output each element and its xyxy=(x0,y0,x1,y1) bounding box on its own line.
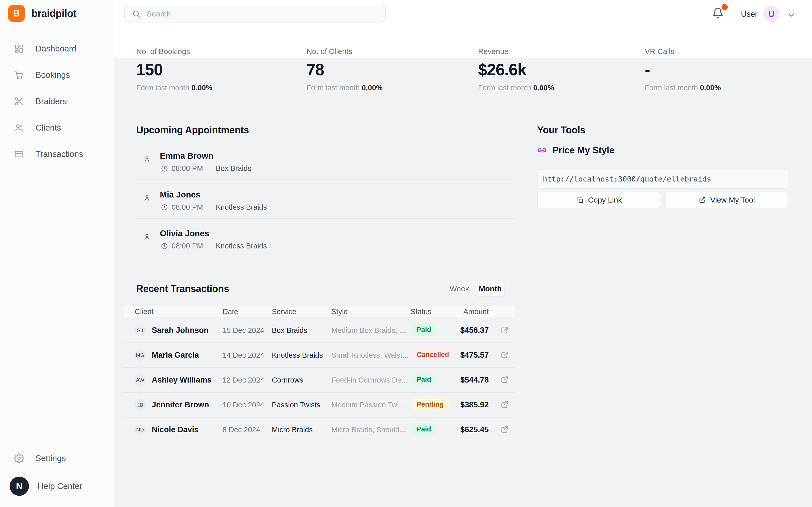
person-icon xyxy=(143,233,151,241)
stat-change-value: 0.00% xyxy=(534,83,554,92)
notifications-button[interactable] xyxy=(712,7,727,23)
toggle-month[interactable]: Month xyxy=(476,281,504,296)
gear-icon xyxy=(14,453,24,463)
client-name: Ashley Williams xyxy=(152,376,212,385)
transaction-service: Box Braids xyxy=(272,326,307,335)
transaction-style: Medium Box Braids, ... xyxy=(332,326,405,335)
sidebar-item-braiders[interactable]: Braiders xyxy=(0,88,113,115)
sidebar-item-bookings[interactable]: Bookings xyxy=(0,62,113,88)
open-transaction-button[interactable] xyxy=(500,425,509,435)
dashboard-icon xyxy=(14,44,24,54)
stat-label: No. of Clients xyxy=(307,47,352,56)
table-row[interactable]: MG Maria Garcia 14 Dec 2024 Knotless Bra… xyxy=(124,342,515,367)
view-my-tool-button[interactable]: View My Tool xyxy=(665,192,789,208)
sidebar-item-dashboard[interactable]: Dashboard xyxy=(0,36,113,62)
tool-url: http://localhost:3000/quote/ellebraids xyxy=(543,175,711,183)
stat-value: 150 xyxy=(136,60,163,79)
open-transaction-button[interactable] xyxy=(500,376,509,385)
status-badge: Cancelled xyxy=(412,348,454,361)
stat-change-value: 0.00% xyxy=(192,83,212,92)
table-row[interactable]: JB Jennifer Brown 10 Dec 2024 Passion Tw… xyxy=(124,392,515,417)
status-badge: Paid xyxy=(412,423,436,436)
link-icon xyxy=(537,146,547,155)
stat-change: Form last month 0.00% xyxy=(136,83,212,92)
cart-icon xyxy=(14,70,24,80)
sidebar-item-transactions[interactable]: Transactions xyxy=(0,141,113,167)
column-header: Style xyxy=(332,307,348,316)
client-initials: AW xyxy=(136,377,144,383)
appointment-details: 08:00 PM Knotless Braids xyxy=(161,203,267,212)
sidebar-item-label: Settings xyxy=(36,453,66,463)
user-menu-chevron[interactable] xyxy=(786,10,796,21)
appointment-time: 08:00 PM xyxy=(171,242,203,250)
client-initials: SJ xyxy=(137,327,143,333)
brand-logo: B xyxy=(8,5,25,22)
client-name: Nicole Davis xyxy=(152,425,198,434)
sidebar-item-settings[interactable]: Settings xyxy=(0,445,113,471)
transaction-amount: $544.78 xyxy=(460,376,489,385)
sidebar-item-clients[interactable]: Clients xyxy=(0,115,113,141)
appointment-service: Knotless Braids xyxy=(216,242,267,250)
users-icon xyxy=(14,123,24,132)
transaction-amount: $625.45 xyxy=(460,425,489,434)
user-avatar[interactable]: U xyxy=(763,6,779,22)
transaction-service: Passion Twists xyxy=(272,401,320,409)
toggle-week[interactable]: Week xyxy=(450,284,469,293)
client-name: Jennifer Brown xyxy=(152,400,209,409)
header-divider xyxy=(0,28,812,29)
table-row[interactable]: SJ Sarah Johnson 15 Dec 2024 Box Braids … xyxy=(124,318,515,342)
column-header: Amount xyxy=(463,307,489,316)
search-box[interactable] xyxy=(124,5,386,23)
notification-dot xyxy=(722,4,728,10)
external-link-icon xyxy=(500,425,509,434)
open-transaction-button[interactable] xyxy=(500,326,509,335)
stat-change-text: Form last month xyxy=(645,83,698,92)
transaction-amount: $385.92 xyxy=(460,400,489,409)
stat-value: 78 xyxy=(307,60,324,79)
search-icon xyxy=(132,10,141,18)
search-input[interactable] xyxy=(147,10,375,18)
table-header: Client Date Service Style Status Amount xyxy=(124,306,515,318)
transaction-service: Knotless Braids xyxy=(272,351,323,359)
sidebar-item-help-center[interactable]: N Help Center xyxy=(0,473,113,499)
sidebar-item-label: Braiders xyxy=(36,97,67,106)
clock-icon xyxy=(161,242,168,250)
open-transaction-button[interactable] xyxy=(500,351,509,360)
nextjs-badge-icon[interactable]: N xyxy=(10,476,29,496)
transaction-amount: $456.37 xyxy=(460,326,489,335)
tool-url-box[interactable]: http://localhost:3000/quote/ellebraids xyxy=(537,169,789,188)
stat-change: Form last month 0.00% xyxy=(478,83,554,92)
copy-link-label: Copy Link xyxy=(588,196,622,204)
transaction-date: 14 Dec 2024 xyxy=(222,351,264,359)
user-label: User xyxy=(741,10,757,19)
transaction-date: 10 Dec 2024 xyxy=(222,401,264,409)
brand: B braidpilot xyxy=(8,5,77,22)
appointment-details: 08:00 PM Knotless Braids xyxy=(161,242,267,250)
table-row[interactable]: AW Ashley Williams 12 Dec 2024 Cornrows … xyxy=(124,367,515,392)
stat-label: Revenue xyxy=(478,47,509,56)
status-badge: Paid xyxy=(412,373,436,386)
clock-icon xyxy=(161,204,168,211)
transactions-title: Recent Transactions xyxy=(136,283,229,294)
external-link-icon xyxy=(500,400,509,409)
chevron-down-icon xyxy=(786,10,796,20)
open-transaction-button[interactable] xyxy=(500,400,509,410)
stat-change: Form last month 0.00% xyxy=(307,83,383,92)
divider xyxy=(124,442,515,442)
stat-change-value: 0.00% xyxy=(362,83,383,92)
transaction-service: Micro Braids xyxy=(272,426,313,434)
copy-icon xyxy=(576,196,584,204)
stat-change-text: Form last month xyxy=(307,83,360,92)
client-avatar: ND xyxy=(134,424,146,436)
tools-title: Your Tools xyxy=(537,125,586,135)
view-my-tool-label: View My Tool xyxy=(710,196,755,204)
sidebar-item-label: Dashboard xyxy=(36,44,77,54)
transaction-date: 12 Dec 2024 xyxy=(222,376,264,384)
client-initials: ND xyxy=(136,427,144,433)
table-row[interactable]: ND Nicole Davis 8 Dec 2024 Micro Braids … xyxy=(124,417,515,442)
transaction-date: 15 Dec 2024 xyxy=(222,326,264,335)
stat-value: $26.6k xyxy=(478,60,526,79)
copy-link-button[interactable]: Copy Link xyxy=(537,192,661,208)
sidebar: B braidpilot Dashboard Bookings Braiders… xyxy=(0,0,113,507)
transaction-style: Feed-in Cornrows De... xyxy=(332,376,408,384)
